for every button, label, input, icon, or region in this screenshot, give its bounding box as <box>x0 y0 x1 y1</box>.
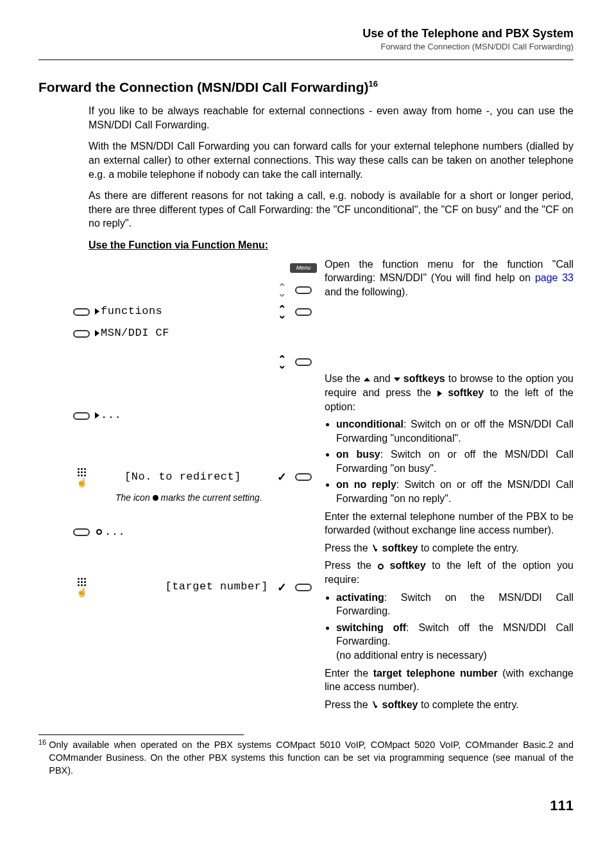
softkey-left[interactable] <box>73 308 90 316</box>
section-title-text: Forward the Connection (MSN/DDI Call For… <box>38 80 369 94</box>
softkey-left[interactable] <box>73 412 90 420</box>
softkey-right[interactable] <box>295 473 312 481</box>
list-item: switching off: Switch off the MSN/DDI Ca… <box>336 621 574 663</box>
check-icon: ✓ <box>369 541 380 556</box>
page-link[interactable]: page 33 <box>535 272 574 283</box>
current-setting-note: The icon marks the current setting. <box>71 492 314 504</box>
activate-options-list: activating: Switch on the MSN/DDI Call F… <box>336 591 574 663</box>
updown-icon: ⌃⌄ <box>278 356 286 368</box>
keypad-icon: ☝ <box>74 468 89 487</box>
menu-illustration-column: Menu ⌃⌄ functions ⌃⌄ MSN/DDI CF <box>71 257 314 716</box>
check-icon: ✓ <box>369 697 380 712</box>
enter-target-number-text: Enter the target telephone number (with … <box>325 666 574 694</box>
page-header-subtitle: Forward the Connection (MSN/DDI Call For… <box>38 41 574 53</box>
intro-para-1: If you like to be always reachable for e… <box>89 104 574 132</box>
list-item: activating: Switch on the MSN/DDI Call F… <box>336 591 574 618</box>
page-number: 111 <box>38 796 574 815</box>
browse-softkeys-text: Use the and softkeys to browse to the op… <box>325 372 574 413</box>
menu-line-functions: functions <box>92 304 271 319</box>
up-caret-icon <box>364 378 370 381</box>
section-title: Forward the Connection (MSN/DDI Call For… <box>38 78 574 96</box>
header-rule <box>38 59 574 60</box>
solid-dot-icon <box>153 495 158 501</box>
down-caret-icon <box>394 378 400 381</box>
menu-line-no-redirect: [No. to redirect] <box>92 470 271 485</box>
softkey-right[interactable] <box>295 308 312 316</box>
softkey-right[interactable] <box>295 584 312 591</box>
menu-line-circle-ellipsis: ... <box>92 525 271 540</box>
triangle-icon <box>95 412 99 419</box>
footnote-rule <box>38 734 244 735</box>
list-item: on no reply: Switch on or off the MSN/DD… <box>336 478 574 505</box>
menu-line-msnddi: MSN/DDI CF <box>92 326 271 341</box>
triangle-icon <box>95 330 99 336</box>
hollow-dot-icon <box>378 564 384 569</box>
explanation-column: Open the function menu for the function … <box>325 257 574 716</box>
press-check-softkey-text: Press the ✓ softkey to complete the entr… <box>325 541 574 555</box>
footnote-text: Only available when operated on the PBX … <box>49 739 574 777</box>
enter-external-number-text: Enter the external telephone number of t… <box>325 510 574 537</box>
menu-line-target-number: [target number] <box>92 580 271 595</box>
menu-line-ellipsis: ... <box>92 408 271 423</box>
page-header-title: Use of the Telephone and PBX System <box>38 26 574 41</box>
softkey-left[interactable] <box>73 528 90 536</box>
open-menu-text: Open the function menu for the function … <box>325 257 574 299</box>
check-icon: ✓ <box>276 580 288 595</box>
keypad-icon: ☝ <box>74 578 89 596</box>
press-check-softkey-2-text: Press the ✓ softkey to complete the entr… <box>325 698 574 712</box>
hollow-dot-icon <box>96 529 102 535</box>
intro-para-3: As there are different reasons for not t… <box>89 189 574 230</box>
triangle-icon <box>95 308 99 315</box>
updown-icon: ⌃⌄ <box>278 306 286 318</box>
cf-options-list: unconditional: Switch on or off the MSN/… <box>336 417 574 506</box>
softkey-left[interactable] <box>73 330 90 338</box>
intro-para-2: With the MSN/DDI Call Forwarding you can… <box>89 139 574 181</box>
check-icon: ✓ <box>276 469 288 485</box>
footnote: 16 Only available when operated on the P… <box>38 739 574 777</box>
updown-icon: ⌃⌄ <box>278 284 286 296</box>
triangle-icon <box>438 390 442 397</box>
footnote-number: 16 <box>38 738 46 776</box>
list-item: unconditional: Switch on or off the MSN/… <box>336 417 574 445</box>
subheading: Use the Function via Function Menu: <box>89 238 574 252</box>
footnote-ref: 16 <box>369 79 378 89</box>
menu-badge: Menu <box>290 263 318 272</box>
softkey-right[interactable] <box>295 358 312 366</box>
list-item: on busy: Switch on or off the MSN/DDI Ca… <box>336 447 574 475</box>
press-hollow-softkey-text: Press the softkey to the left of the opt… <box>325 559 574 586</box>
softkey-right[interactable] <box>295 286 312 294</box>
